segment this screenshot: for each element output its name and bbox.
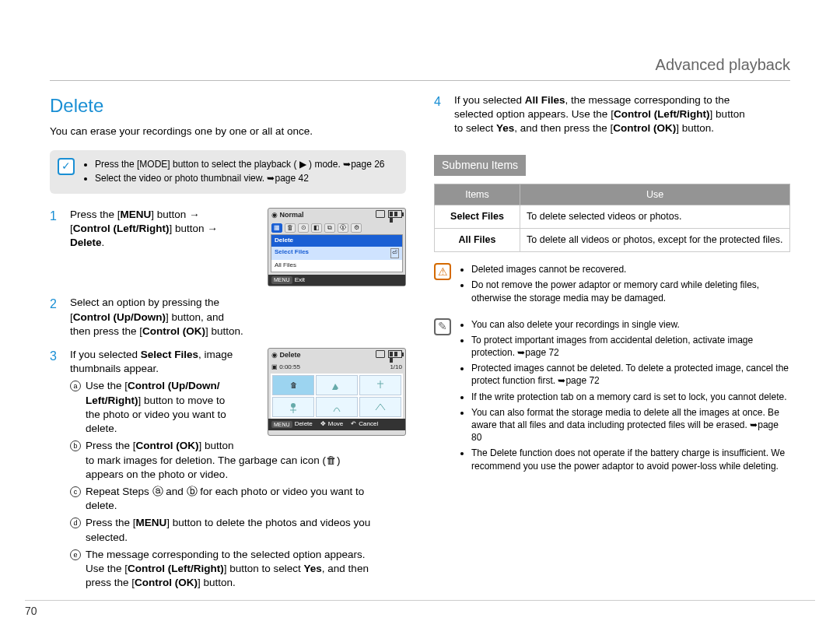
step-3: 3 If you selected Select Files, image th…	[50, 348, 406, 591]
step-4: 4 If you selected All Files, the message…	[434, 93, 790, 136]
thumb	[316, 375, 358, 395]
disc-icon: ◉	[271, 351, 278, 359]
menu-item: All Files	[271, 260, 402, 272]
prerequisite-list: Press the [MODE] button to select the pl…	[82, 158, 385, 186]
t: ] button, and	[166, 311, 224, 323]
t: MENU	[121, 209, 152, 220]
page-header: Advanced playback	[50, 54, 790, 81]
t: .	[102, 237, 105, 248]
thumb-selected: 🗑	[272, 375, 314, 395]
t: ] button to delete the photos and videos…	[166, 517, 370, 528]
t: Select Files	[141, 349, 198, 360]
substep-a: aUse the [Control (Up/Down/Left/Right)] …	[70, 379, 258, 436]
t: 1/10	[390, 363, 402, 372]
t: ] button	[151, 209, 189, 220]
t: ] button	[710, 108, 745, 120]
table-header-row: Items Use	[435, 184, 790, 205]
list-item: You can also delete your recordings in s…	[471, 318, 790, 331]
td-desc: To delete all videos or photos, except f…	[520, 229, 790, 252]
t: The message corresponding to the selecte…	[86, 549, 365, 560]
t: Delete	[280, 351, 301, 359]
td-item: Select Files	[435, 205, 520, 229]
t: Control (OK)	[135, 577, 198, 588]
step-body: Select an option by pressing the [Contro…	[70, 296, 406, 339]
prerequisite-note: ✓ Press the [MODE] button to select the …	[50, 150, 406, 194]
tab-icon: 🛈	[338, 223, 348, 233]
table-row: All Files To delete all videos or photos…	[435, 229, 790, 252]
intro-text: You can erase your recordings one by one…	[50, 125, 406, 139]
t: appears on the photo or video.	[86, 468, 228, 480]
t: to mark images for deletion. The garbage…	[86, 454, 340, 466]
t: Control (Left/Right)	[128, 563, 224, 574]
t: Use the [	[86, 380, 128, 391]
t: Cancel	[359, 420, 378, 429]
menu-item-selected: Select Files⏎	[271, 247, 402, 260]
page-title: Advanced playback	[656, 56, 790, 73]
t: , the message corresponding to the	[565, 94, 730, 106]
left-column: Delete You can erase your recordings one…	[50, 93, 406, 599]
nav-icon: ✥	[320, 420, 326, 429]
list-item: If the write protection tab on a memory …	[471, 391, 790, 403]
tab-icon: ⚙	[351, 223, 362, 233]
menu-title: Delete	[271, 235, 402, 247]
tab-icon: ⊙	[298, 223, 309, 233]
list-item: You can also format the storage media to…	[471, 406, 790, 444]
t: Left/Right)	[86, 395, 138, 406]
t: Control (Up/Down/	[128, 380, 219, 391]
t: Control (Left/Right)	[614, 108, 710, 120]
step-body: If you selected All Files, the message c…	[454, 93, 790, 136]
warning-icon: ⚠	[434, 263, 451, 280]
thumbnail-grid: 🗑	[271, 374, 403, 419]
t: Press the [	[86, 440, 136, 451]
step-number: 4	[434, 93, 446, 136]
check-icon: ✓	[58, 158, 75, 175]
lcd-screenshot-thumbnails: ◉ Delete ▣ 0:00:55 1/10 🗑	[268, 348, 406, 436]
t: Control (OK)	[142, 325, 205, 337]
scr-menu: Delete Select Files⏎ All Files	[271, 234, 403, 272]
back-icon: ↶	[351, 420, 356, 429]
thumb	[359, 375, 401, 395]
arrow-icon: →	[189, 209, 200, 220]
step-number: 2	[50, 296, 62, 339]
svg-point-0	[291, 403, 296, 408]
t: All Files	[525, 94, 565, 106]
step-body: If you selected Select Files, image thum…	[70, 348, 406, 591]
list-item: The Delete function does not operate if …	[471, 447, 790, 472]
info-note: ✎ You can also delete your recordings in…	[434, 318, 790, 475]
circle-a-icon: a	[70, 381, 81, 391]
t: Press the [	[70, 209, 121, 220]
t: then press the [	[70, 325, 142, 337]
t: the photo or video you want to	[86, 409, 226, 420]
t: ] button.	[198, 577, 236, 588]
circle-d-icon: d	[70, 517, 81, 528]
t: ] button.	[205, 325, 243, 337]
circle-b-icon: b	[70, 440, 81, 451]
tab-icon: ⧉	[324, 223, 335, 233]
step-number: 1	[50, 208, 62, 286]
prereq-item: Press the [MODE] button to select the pl…	[95, 158, 385, 170]
t: Yes	[304, 563, 322, 574]
lcd-screenshot-menu: ◉ Normal ▦ 🗑 ⊙ ◧ ⧉ 🛈 ⚙ Delete Select Fil…	[268, 208, 406, 286]
t: If you selected	[454, 94, 525, 106]
step-2: 2 Select an option by pressing the [Cont…	[50, 296, 406, 339]
disc-icon: ◉	[271, 211, 278, 219]
t: Press the [	[86, 517, 136, 528]
t: ] button.	[676, 122, 714, 134]
right-column: 4 If you selected All Files, the message…	[434, 93, 790, 599]
step-body: Press the [MENU] button → [Control (Left…	[70, 208, 255, 286]
th-items: Items	[435, 184, 520, 205]
scr-info: ▣ 0:00:55 1/10	[268, 362, 405, 374]
t: MENU	[136, 517, 167, 528]
tab-icon: ◧	[311, 223, 322, 233]
submenu-heading: Submenu Items	[434, 155, 526, 176]
t: Control (Up/Down)	[73, 311, 166, 323]
info-icon: ✎	[434, 318, 451, 335]
t: , and then press the [	[514, 122, 613, 134]
thumb	[359, 397, 401, 417]
menu-key: MENU	[271, 421, 292, 428]
t: ] button	[199, 440, 234, 451]
t: Control (OK)	[136, 440, 199, 451]
th-use: Use	[520, 184, 790, 205]
list-item: Do not remove the power adaptor or memor…	[471, 279, 790, 303]
list-item: Protected images cannot be deleted. To d…	[471, 362, 790, 387]
